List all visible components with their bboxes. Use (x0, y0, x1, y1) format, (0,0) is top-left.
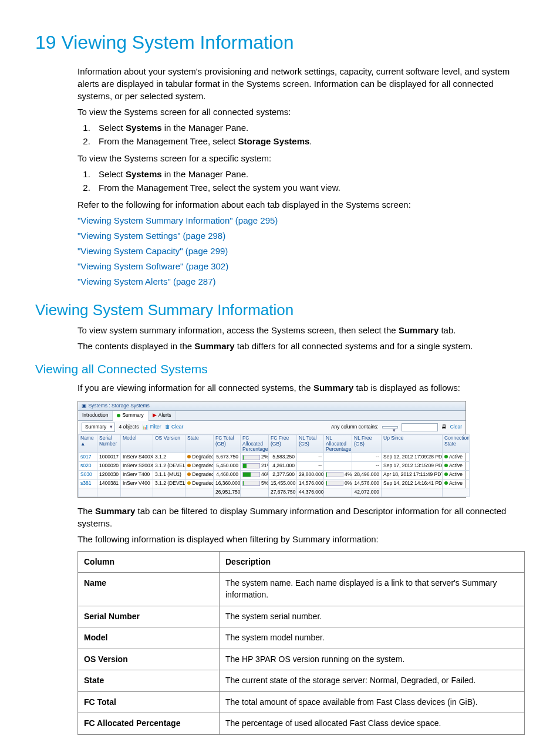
tab-introduction[interactable]: Introduction (78, 411, 113, 420)
desc-row: StateThe current state of the storage se… (78, 670, 525, 692)
step-3: Select Systems in the Manager Pane. (93, 168, 525, 180)
status-dot-icon (117, 414, 120, 417)
toolbar: Summary 4 objects 📊 Filter 🗑 Clear Any c… (78, 421, 465, 434)
sort-icon: ▲ (80, 441, 85, 447)
desc-text: The percentage of used allocated Fast Cl… (220, 713, 525, 735)
systems-table: Name ▲ Serial Number Model OS Version St… (78, 434, 470, 497)
object-count: 4 objects (119, 424, 139, 431)
xref-link[interactable]: "Viewing System Capacity" (page 299) (77, 246, 228, 256)
desc-text: The system name. Each name displayed is … (220, 573, 525, 606)
desc-text: The current state of the storage server:… (220, 670, 525, 692)
column-description-table: Column Description NameThe system name. … (77, 551, 525, 735)
search-input[interactable] (402, 423, 438, 431)
col-header[interactable]: OS Version (153, 435, 185, 453)
xref-link[interactable]: "Viewing System Software" (page 302) (77, 261, 228, 271)
view-all-lead: To view the Systems screen for all conne… (77, 106, 525, 118)
tab-alerts[interactable]: ▶Alerts (149, 411, 176, 420)
desc-col: OS Version (78, 649, 220, 670)
desc-col: Model (78, 627, 220, 649)
table-row: s3811400381InServ V4003.1.2 (DEVEL) Degr… (79, 479, 470, 488)
search-mode-dropdown[interactable] (382, 426, 398, 428)
col-header[interactable]: Serial Number (97, 435, 121, 453)
total-fc: 26,951.750 (214, 488, 241, 497)
xref-list: "Viewing System Summary Information" (pa… (77, 214, 525, 288)
search-label: Any column contains: (331, 424, 379, 431)
col-header[interactable]: FC Total (GB) (214, 435, 241, 453)
xref-link[interactable]: "Viewing System Alerts" (page 287) (77, 276, 216, 286)
desc-text: The total amount of space available from… (220, 691, 525, 713)
table-row: s0201000020InServ S200X3.1.2 (DEVEL) Deg… (79, 462, 470, 471)
th-column: Column (78, 551, 220, 573)
desc-row: ModelThe system model number. (78, 627, 525, 649)
system-link[interactable]: s381 (80, 480, 91, 486)
summary-p2: The contents displayed in the Summary ta… (77, 340, 525, 352)
desc-row: NameThe system name. Each name displayed… (78, 573, 525, 606)
filter-button[interactable]: 📊 Filter (142, 424, 161, 431)
page-title: 19 Viewing System Information (35, 29, 525, 56)
table-row: s0171000017InServ S400X3.1.2 Degraded5,6… (79, 453, 470, 462)
step-1: Select Systems in the Manager Pane. (93, 121, 525, 134)
col-header[interactable]: Model (121, 435, 153, 453)
view-dropdown[interactable]: Summary (82, 423, 115, 432)
after-screenshot-p: The Summary tab can be filtered to displ… (77, 505, 525, 529)
all-systems-p: If you are viewing information for all c… (77, 382, 525, 394)
desc-col: Name (78, 573, 220, 606)
xref-link[interactable]: "Viewing System Summary Information" (pa… (77, 215, 278, 225)
desc-text: The system serial number. (220, 606, 525, 627)
desc-text: The system model number. (220, 627, 525, 649)
intro-paragraph: Information about your system's provisio… (77, 65, 525, 102)
total-fc-free: 27,678.750 (269, 488, 297, 497)
desc-col: FC Allocated Percentage (78, 713, 220, 735)
col-header[interactable]: NL Free (GB) (352, 435, 382, 453)
th-description: Description (220, 551, 525, 573)
desc-text: The HP 3PAR OS version running on the sy… (220, 649, 525, 670)
clear-search-button[interactable]: Clear (450, 424, 462, 431)
total-nl-free: 42,072.000 (352, 488, 382, 497)
window-title: ▣ Systems : Storage Systems (78, 401, 465, 411)
tab-bar: Introduction Summary ▶Alerts (78, 411, 465, 421)
filter-lead: The following information is displayed w… (77, 533, 525, 545)
step-2: From the Management Tree, select Storage… (93, 135, 525, 147)
table-header-row: Name ▲ Serial Number Model OS Version St… (79, 435, 470, 453)
system-link[interactable]: s017 (80, 454, 91, 460)
tab-summary[interactable]: Summary (113, 411, 148, 421)
alert-icon: ▶ (153, 412, 157, 419)
totals-row: 26,951.750 27,678.750 44,376.000 42,072.… (79, 488, 470, 497)
col-header[interactable]: Up Since (382, 435, 443, 453)
col-header[interactable]: State (185, 435, 214, 453)
col-header[interactable]: Connection State (443, 435, 470, 453)
steps-one: Select Systems in the Manager Pane. From… (77, 168, 525, 194)
section-heading: Viewing System Summary Information (35, 299, 525, 320)
summary-p1: To view system summary information, acce… (77, 324, 525, 336)
view-one-lead: To view the Systems screen for a specifi… (77, 152, 525, 164)
col-header[interactable]: NL Total (GB) (297, 435, 324, 453)
clear-button[interactable]: 🗑 Clear (165, 424, 184, 431)
refer-paragraph: Refer to the following for information a… (77, 198, 525, 211)
desc-col: FC Total (78, 691, 220, 713)
system-link[interactable]: S030 (80, 471, 92, 477)
col-header[interactable]: NL Allocated Percentage (324, 435, 352, 453)
systems-screenshot: ▣ Systems : Storage Systems Introduction… (77, 401, 466, 498)
system-link[interactable]: s020 (80, 463, 91, 468)
col-header[interactable]: Name ▲ (79, 435, 97, 453)
print-icon[interactable]: 🖶 (441, 424, 447, 431)
desc-row: Serial NumberThe system serial number. (78, 606, 525, 627)
desc-row: OS VersionThe HP 3PAR OS version running… (78, 649, 525, 670)
desc-row: FC TotalThe total amount of space availa… (78, 691, 525, 713)
desc-col: Serial Number (78, 606, 220, 627)
xref-link[interactable]: "Viewing System Settings" (page 298) (77, 231, 225, 241)
step-4: From the Management Tree, select the sys… (93, 181, 525, 194)
window-icon: ▣ (82, 403, 87, 409)
subsection-heading: Viewing all Connected Systems (35, 360, 525, 377)
table-row: S0301200030InServ T4003.1.1 (MU1) Degrad… (79, 471, 470, 480)
col-header[interactable]: FC Free (GB) (269, 435, 297, 453)
desc-row: FC Allocated PercentageThe percentage of… (78, 713, 525, 735)
col-header[interactable]: FC Allocated Percentage (241, 435, 269, 453)
steps-all: Select Systems in the Manager Pane. From… (77, 121, 525, 147)
total-nl: 44,376.000 (297, 488, 324, 497)
desc-col: State (78, 670, 220, 692)
